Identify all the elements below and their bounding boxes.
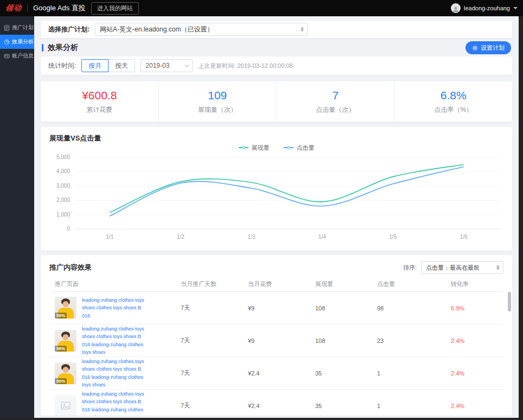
sidebar-item-promo-plans[interactable]: 推广计划 <box>0 21 34 35</box>
cost-cell: ¥2.4 <box>248 403 315 409</box>
table-header-row: 推广内容效果 排序: 点击量：最高在最前 <box>49 260 503 275</box>
user-menu[interactable]: leadong-zouhang <box>451 3 518 13</box>
svg-text:1/3: 1/3 <box>247 234 255 240</box>
svg-text:4,000: 4,000 <box>56 168 70 174</box>
svg-text:1,000: 1,000 <box>56 212 70 218</box>
cost-cell: ¥9 <box>248 305 315 311</box>
stat-value: ¥600.8 <box>82 89 117 102</box>
app-window: 领动 Google Ads 直投 进入我的网站 leadong-zouhang … <box>0 0 523 420</box>
scrollbar-thumb[interactable] <box>508 292 511 311</box>
impressions-cell: 108 <box>315 338 377 344</box>
column-header-impressions: 展现量 <box>315 280 377 288</box>
table-title: 推广内容效果 <box>49 263 92 272</box>
stat-label: 展现量（次） <box>198 105 237 114</box>
section-title-wrap: 效果分析 <box>42 43 78 53</box>
stat-label: 点击率（%） <box>434 105 473 114</box>
document-icon <box>4 25 10 31</box>
stat-value: 7 <box>332 89 339 102</box>
month-select[interactable]: 2019-03 <box>141 59 193 72</box>
conversion-cell: 2.4% <box>451 338 503 344</box>
stat-impressions: 109 展现量（次） <box>159 81 277 122</box>
plan-select-value: 网站A-英文-en.leadong.com（已设置） <box>100 25 213 34</box>
topbar: 领动 Google Ads 直投 进入我的网站 leadong-zouhang <box>0 0 523 16</box>
conversion-cell: 2.4% <box>451 370 503 377</box>
chart-title: 展现量VS点击量 <box>49 133 503 143</box>
legend-label: 点击量 <box>297 144 315 152</box>
stat-total-cost: ¥600.8 累计花费 <box>41 81 159 122</box>
gear-icon <box>472 45 478 51</box>
clicks-cell: 98 <box>377 305 451 311</box>
sidebar-item-label: 效果分析 <box>12 38 34 46</box>
chart-card: 展现量VS点击量 展现量 点击量 01,0002,0003,0004,0005,… <box>41 127 512 251</box>
by-month-button[interactable]: 按月 <box>81 59 109 72</box>
table-row: leadong-zuhang clothes toys shoes clothe… <box>49 390 503 416</box>
svg-text:3,000: 3,000 <box>56 183 70 189</box>
days-cell: 7天 <box>181 402 248 410</box>
promo-page-link[interactable]: leadong-zuhang clothes toys shoes clothe… <box>82 390 147 416</box>
page-title: 效果分析 <box>48 43 78 53</box>
svg-text:1/2: 1/2 <box>177 234 184 240</box>
topbar-divider <box>27 4 28 12</box>
product-thumbnail: 50% <box>55 297 76 319</box>
cost-cell: ¥9 <box>248 338 315 344</box>
column-header-days: 当月推广天数 <box>181 280 248 288</box>
sidebar-item-account-info[interactable]: 账户信息 <box>0 49 34 63</box>
product-thumbnail: 50% <box>55 362 76 384</box>
promo-page-link[interactable]: leadong-zuhang clothes toys shoes clothe… <box>82 358 147 389</box>
promo-page-link[interactable]: leadong-zuhang clothes toys shoes clothe… <box>82 325 147 357</box>
column-header-page: 推广页面 <box>49 280 181 288</box>
table-row: 50% leadong-zuhang clothes toys shoes cl… <box>49 292 503 324</box>
legend-clicks[interactable]: 点击量 <box>284 144 315 152</box>
sidebar-item-label: 推广计划 <box>12 24 34 31</box>
content-effect-card: 推广内容效果 排序: 点击量：最高在最前 推广页面 当月推广天数 当月花费 展现… <box>41 255 512 416</box>
time-filter-bar: 统计时间: 按月 按天 2019-03 上次更新时间: 2019-03-12 0… <box>41 56 512 75</box>
stat-clicks: 7 点击量（次） <box>277 81 395 122</box>
impressions-cell: 35 <box>315 403 377 409</box>
legend-marker-clicks <box>284 147 294 148</box>
pie-chart-icon <box>4 39 10 45</box>
plan-select[interactable]: 网站A-英文-en.leadong.com（已设置） <box>95 23 308 36</box>
discount-badge: 50% <box>55 313 67 319</box>
product-thumbnail: 50% <box>55 330 76 352</box>
settings-plan-label: 设置计划 <box>481 44 505 52</box>
column-header-conversion: 转化率 <box>451 280 503 288</box>
username: leadong-zouhang <box>464 5 510 11</box>
select-arrows-icon <box>496 265 500 270</box>
id-card-icon <box>4 53 10 59</box>
column-header-clicks: 点击量 <box>377 280 451 288</box>
svg-text:1/6: 1/6 <box>460 234 468 240</box>
sort-control: 排序: 点击量：最高在最前 <box>403 261 503 274</box>
promo-page-link[interactable]: leadong-zuhang clothes toys shoes clothe… <box>82 296 147 320</box>
month-select-value: 2019-03 <box>145 62 169 69</box>
leadong-logo[interactable]: 领动 <box>5 3 23 13</box>
svg-text:5,000: 5,000 <box>56 154 70 160</box>
image-placeholder <box>55 395 76 416</box>
sidebar: 推广计划 效果分析 账户信息 <box>0 16 34 418</box>
legend-impressions[interactable]: 展现量 <box>239 144 270 152</box>
summary-stats: ¥600.8 累计花费 109 展现量（次） 7 点击量（次） 6.8% 点击率… <box>41 81 512 122</box>
sidebar-item-label: 账户信息 <box>12 52 34 60</box>
clicks-cell: 1 <box>377 370 451 377</box>
sort-select-value: 点击量：最高在最前 <box>426 264 480 272</box>
impressions-clicks-chart: 01,0002,0003,0004,0005,0001/11/21/31/41/… <box>49 153 503 242</box>
settings-plan-button[interactable]: 设置计划 <box>465 41 511 54</box>
discount-badge: 50% <box>55 346 67 352</box>
select-arrows-icon <box>301 27 304 32</box>
discount-badge: 50% <box>55 378 67 384</box>
sort-select[interactable]: 点击量：最高在最前 <box>421 261 503 274</box>
stat-label: 点击量（次） <box>316 105 355 114</box>
sort-label: 排序: <box>403 264 417 272</box>
sidebar-item-effect-analysis[interactable]: 效果分析 <box>0 35 34 49</box>
time-granularity-segmented: 按月 按天 <box>81 59 135 72</box>
by-day-button[interactable]: 按天 <box>108 59 135 72</box>
legend-label: 展现量 <box>252 144 270 152</box>
chevron-down-icon <box>513 7 518 9</box>
days-cell: 7天 <box>181 369 248 377</box>
svg-text:2,000: 2,000 <box>56 197 70 203</box>
time-filter-label: 统计时间: <box>48 61 76 71</box>
accent-bar <box>42 44 43 52</box>
last-update-text: 上次更新时间: 2019-03-12 00:00:08 <box>198 62 292 70</box>
legend-marker-impressions <box>239 147 248 148</box>
enter-my-site-button[interactable]: 进入我的网站 <box>91 2 139 15</box>
person-icon <box>452 5 460 13</box>
